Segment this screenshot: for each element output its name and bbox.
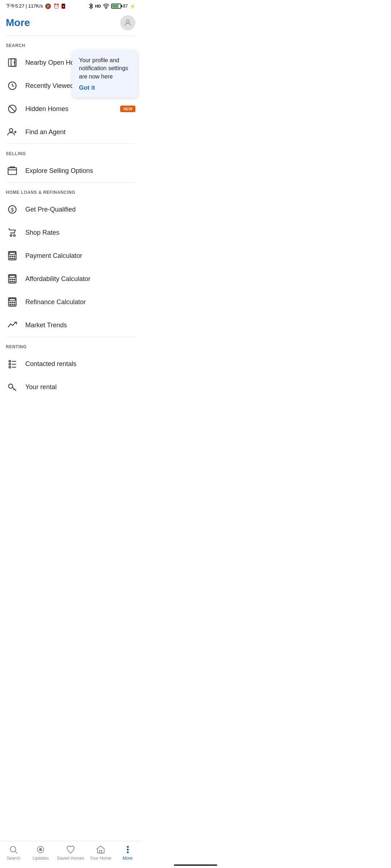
svg-rect-34 [9, 299, 15, 301]
svg-rect-27 [9, 279, 11, 280]
svg-rect-11 [8, 168, 16, 175]
svg-point-4 [14, 62, 15, 63]
status-left: 下午5:27 | 117K/s 🔕 ⏰ ▪ [6, 3, 65, 9]
profile-icon [123, 18, 132, 27]
block-icon [6, 102, 19, 115]
status-time: 下午5:27 | 117K/s [6, 3, 43, 9]
contacted-rentals-label: Contacted rentals [25, 360, 135, 368]
svg-point-8 [9, 129, 13, 132]
menu-item-pre-qualified[interactable]: $ Get Pre-Qualified [0, 198, 141, 221]
svg-rect-28 [12, 279, 13, 280]
svg-rect-23 [12, 258, 13, 259]
svg-point-0 [106, 8, 106, 9]
muted-icon: 🔕 [45, 3, 51, 9]
bluetooth-icon [88, 3, 93, 9]
signal-icon: HD [95, 4, 101, 8]
section-label-selling: SELLING [0, 144, 141, 159]
charging-icon: ⚡ [130, 4, 135, 9]
tooltip-text: Your profile and notification settings a… [79, 56, 131, 81]
svg-rect-38 [9, 304, 11, 306]
calculator-icon-1 [6, 249, 19, 262]
cart-icon [6, 226, 19, 239]
menu-item-contacted-rentals[interactable]: Contacted rentals [0, 352, 141, 375]
hidden-homes-label: Hidden Homes [25, 105, 117, 113]
alarm-icon: ⏰ [53, 3, 59, 9]
svg-rect-32 [14, 281, 16, 282]
explore-selling-label: Explore Selling Options [25, 167, 135, 175]
svg-rect-35 [9, 302, 11, 303]
menu-item-payment-calculator[interactable]: Payment Calculator [0, 244, 141, 267]
refinance-calculator-label: Refinance Calculator [25, 298, 135, 306]
svg-rect-19 [9, 256, 11, 257]
header: More [0, 12, 141, 35]
svg-rect-40 [14, 304, 16, 306]
status-bar: 下午5:27 | 117K/s 🔕 ⏰ ▪ HD 87 ⚡ [0, 0, 141, 12]
calculator-icon-2 [6, 272, 19, 285]
svg-point-16 [14, 235, 16, 237]
trend-icon [6, 319, 19, 332]
svg-rect-30 [9, 281, 11, 282]
dollar-circle-icon: $ [6, 203, 19, 216]
your-rental-label: Your rental [25, 383, 135, 391]
list-person-icon [6, 357, 19, 370]
svg-rect-18 [9, 252, 15, 255]
profile-button[interactable] [120, 15, 135, 30]
svg-rect-21 [14, 256, 16, 257]
section-label-search: SEARCH [0, 36, 141, 51]
notification-icon: ▪ [62, 4, 65, 9]
calculator-icon-3 [6, 295, 19, 309]
svg-point-41 [9, 361, 11, 362]
new-badge: NEW [120, 106, 135, 112]
svg-text:$: $ [11, 207, 14, 213]
shop-rates-label: Shop Rates [25, 229, 135, 237]
door-icon [6, 56, 19, 69]
tooltip-overlay: Your profile and notification settings a… [72, 51, 138, 97]
market-trends-label: Market Trends [25, 322, 135, 329]
svg-point-45 [9, 366, 11, 368]
battery-percent: 87 [123, 4, 128, 9]
svg-rect-29 [14, 279, 16, 280]
svg-point-15 [10, 235, 12, 237]
svg-rect-20 [12, 256, 13, 257]
menu-item-your-rental[interactable]: Your rental [0, 375, 141, 399]
svg-rect-22 [9, 258, 11, 259]
person-plus-icon [6, 125, 19, 139]
svg-point-43 [9, 363, 11, 365]
pre-qualified-label: Get Pre-Qualified [25, 206, 135, 213]
menu-item-market-trends[interactable]: Market Trends [0, 314, 141, 337]
menu-item-refinance-calculator[interactable]: Refinance Calculator [0, 290, 141, 314]
tooltip-got-it-button[interactable]: Got it [79, 84, 131, 92]
payment-calculator-label: Payment Calculator [25, 252, 135, 260]
menu-item-find-agent[interactable]: Find an Agent [0, 120, 141, 144]
svg-rect-24 [14, 258, 16, 259]
affordability-calculator-label: Affordability Calculator [25, 275, 135, 283]
menu-item-affordability-calculator[interactable]: Affordability Calculator [0, 267, 141, 290]
section-label-loans: HOME LOANS & REFINANCING [0, 183, 141, 198]
svg-point-47 [9, 384, 13, 388]
svg-line-7 [9, 106, 15, 112]
status-right: HD 87 ⚡ [88, 3, 135, 9]
svg-rect-37 [14, 302, 16, 303]
svg-rect-39 [12, 304, 13, 306]
find-agent-label: Find an Agent [25, 128, 135, 136]
wifi-icon [103, 4, 109, 9]
clock-icon [6, 79, 19, 92]
menu-item-hidden-homes[interactable]: Hidden Homes NEW [0, 97, 141, 120]
page-title: More [6, 17, 30, 29]
menu-item-explore-selling[interactable]: Explore Selling Options [0, 159, 141, 182]
svg-point-1 [126, 20, 129, 23]
battery-icon [111, 4, 121, 9]
section-label-renting: RENTING [0, 337, 141, 352]
key-icon [6, 380, 19, 393]
svg-rect-31 [12, 281, 13, 282]
svg-rect-26 [9, 276, 15, 278]
svg-rect-36 [12, 302, 13, 303]
selling-icon [6, 164, 19, 177]
menu-item-shop-rates[interactable]: Shop Rates [0, 221, 141, 244]
